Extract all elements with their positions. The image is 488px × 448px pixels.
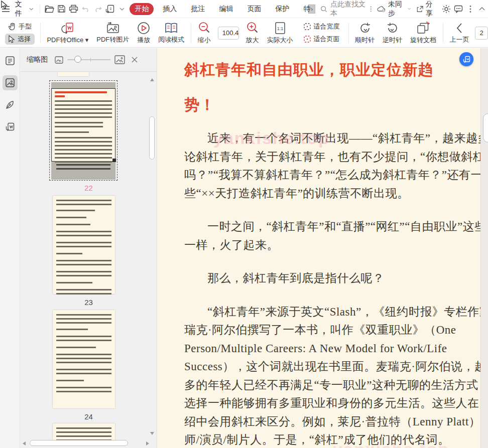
rotate-cw-button[interactable]: 顺时针	[351, 22, 379, 45]
chevron-down-icon[interactable]	[117, 4, 127, 14]
menu-icon[interactable]	[2, 4, 11, 14]
sidebar-item-annotations[interactable]	[3, 97, 18, 112]
gear-icon[interactable]	[442, 4, 451, 14]
panel-title: 缩略图	[27, 55, 48, 64]
close-icon[interactable]	[131, 56, 138, 63]
save-icon[interactable]	[57, 4, 66, 14]
divider	[40, 5, 40, 14]
rotate-ccw-button[interactable]: 逆时针	[379, 22, 406, 45]
slider-knob[interactable]	[74, 56, 81, 63]
image-export-icon	[106, 22, 119, 34]
file-menu[interactable]: 文件	[12, 0, 37, 18]
thumb-gray-footer	[51, 162, 115, 180]
quick-convert-float-button[interactable]	[459, 52, 473, 66]
thumbnail-page-23[interactable]	[53, 196, 115, 294]
app-body: 缩略图	[0, 48, 488, 448]
document-title: 斜杠青年和自由职业，职业定位新趋 势！	[184, 52, 455, 122]
search-more-icon[interactable]	[370, 6, 372, 13]
search-field[interactable]: 点此查找文本	[318, 0, 374, 18]
text-line: 吗？”“我算不算斜杠青年？”“怎么成为斜杠青年？”还有一	[184, 166, 455, 185]
pdf-to-image-label: PDF转图片	[96, 35, 129, 44]
scroll-left-arrow[interactable]	[23, 441, 26, 445]
page-number-input[interactable]	[475, 27, 487, 39]
sync-status[interactable]: 未同步	[374, 0, 414, 18]
rotate-doc-button[interactable]: 旋转文档	[406, 22, 440, 45]
zoom-level-input[interactable]	[218, 29, 239, 37]
fit-width-button[interactable]: 适合宽度	[300, 21, 343, 32]
actual-size-button[interactable]: 1:1 实际大小	[263, 22, 297, 45]
tab-home[interactable]: 开始	[130, 3, 154, 15]
reading-mode-button[interactable]: 阅读模式	[154, 22, 188, 44]
redo-icon[interactable]	[93, 4, 102, 14]
chevron-down-icon	[408, 8, 411, 10]
chevron-down-icon	[29, 8, 34, 11]
sidebar-item-outline[interactable]	[3, 53, 18, 68]
thumbnail-page-21-partial[interactable]	[58, 72, 89, 76]
page-number-field[interactable]	[475, 27, 487, 40]
fit-page-button[interactable]: 适合页面	[300, 34, 343, 45]
page-label-24[interactable]: 24	[21, 412, 157, 421]
document-scrollbar[interactable]	[480, 48, 488, 448]
play-button[interactable]: 播放	[133, 22, 154, 45]
scroll-down-arrow[interactable]	[150, 432, 154, 435]
zoom-out-button[interactable]: 缩小	[194, 22, 215, 45]
horizontal-scroll-thumb[interactable]	[30, 440, 128, 446]
zoom-in-button[interactable]: 放大	[242, 22, 263, 45]
zoom-level-field[interactable]	[218, 27, 239, 40]
tab-insert[interactable]: 插入	[158, 3, 182, 15]
export-doc-icon[interactable]	[105, 4, 114, 14]
thumbnail-horizontal-scrollbar[interactable]	[23, 440, 149, 446]
tab-annotate[interactable]: 批注	[186, 3, 210, 15]
thumbnail-page-24[interactable]	[53, 310, 115, 408]
scroll-right-arrow[interactable]	[146, 441, 149, 445]
tab-edit[interactable]: 编辑	[214, 3, 238, 15]
comment-icon[interactable]	[454, 4, 463, 14]
text-line: 一样，火了起来。	[184, 236, 455, 255]
pdf-to-image-button[interactable]: PDF转图片	[92, 22, 133, 44]
zoom-out-label: 缩小	[198, 36, 211, 45]
share-label: 分享	[426, 0, 437, 18]
folder-open-icon[interactable]	[45, 4, 54, 14]
thumbnails-icon	[5, 78, 15, 88]
kebab-menu-icon[interactable]	[466, 4, 474, 14]
thumbnail-page-22[interactable]	[49, 80, 117, 181]
text-line: “斜杠青年”来源于英文“Slash”，《纽约时报》专栏作家麦	[184, 303, 455, 322]
thumbnail-size-slider[interactable]	[67, 55, 110, 65]
large-thumbnail-icon[interactable]	[114, 55, 125, 64]
text-line: 绍中会用斜杠来区分。例如，莱尼·普拉特（Lenny Platt）：律	[184, 413, 455, 431]
file-menu-label: 文件	[15, 0, 27, 18]
small-thumbnail-icon[interactable]	[55, 56, 63, 64]
pdf-to-office-icon	[61, 22, 74, 35]
collapse-toolbar-icon[interactable]	[477, 4, 486, 14]
document-scroll-thumb[interactable]	[483, 113, 488, 142]
sidebar-item-thumbnails[interactable]	[3, 75, 18, 90]
hand-icon	[8, 23, 16, 31]
share-button[interactable]: 分享	[414, 0, 440, 18]
svg-text:1:1: 1:1	[277, 26, 283, 31]
sidebar-item-convert[interactable]	[3, 119, 18, 134]
text-line: 师/演员/制片人。于是，“斜杠”成了他们的代名词。	[184, 431, 455, 448]
tab-features[interactable]: 特色	[298, 3, 311, 15]
select-tool-button[interactable]: 选择	[5, 34, 35, 45]
print-icon[interactable]	[69, 4, 78, 14]
rotate-cw-icon	[358, 22, 372, 35]
fit-page-icon	[303, 35, 311, 43]
sync-status-label: 未同步	[388, 0, 406, 18]
scroll-up-arrow[interactable]	[150, 78, 154, 81]
undo-icon[interactable]	[81, 4, 90, 14]
select-cursor-icon	[8, 35, 15, 43]
prev-page-button[interactable]: 上一页	[445, 22, 473, 44]
reading-mode-label: 阅读模式	[158, 35, 184, 44]
rotate-doc-icon	[416, 22, 430, 35]
tab-protect[interactable]: 保护	[270, 3, 294, 15]
tab-page[interactable]: 页面	[242, 3, 266, 15]
pdf-reader-window: 文件 开始 插入 批注 编辑 页面 保护 特色 ›	[0, 0, 488, 448]
vertical-scroll-thumb[interactable]	[149, 116, 155, 160]
page-label-23[interactable]: 23	[21, 298, 157, 307]
title-line-2: 势！	[184, 87, 455, 122]
thumbnail-vertical-scrollbar[interactable]	[149, 72, 156, 448]
page-label-22[interactable]: 22	[21, 184, 157, 192]
pdf-to-office-button[interactable]: PDF转Office ▾	[43, 22, 92, 45]
fit-width-icon	[303, 23, 311, 31]
hand-tool-button[interactable]: 手型	[5, 21, 35, 32]
